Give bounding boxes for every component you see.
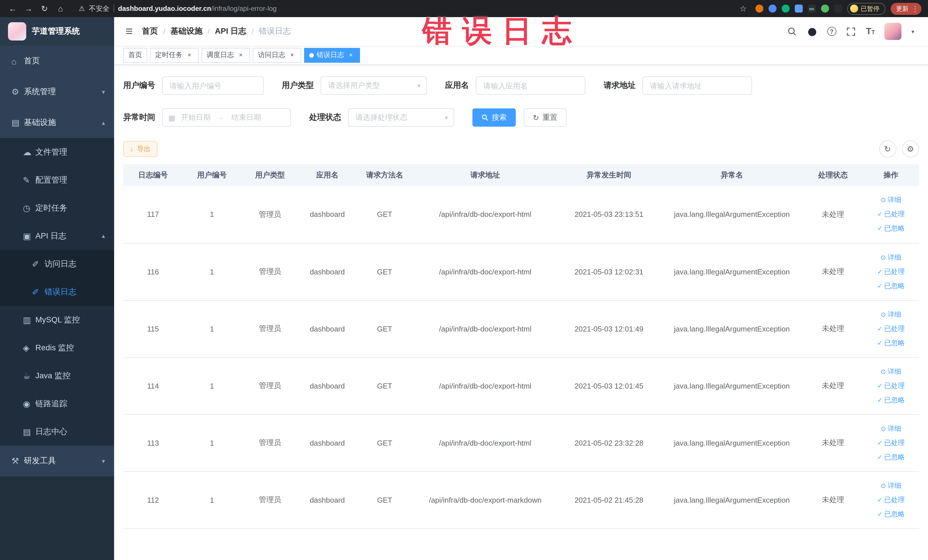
- address-bar[interactable]: ⚠ 不安全 dashboard.yudao.iocoder.cn/infra/l…: [79, 4, 734, 14]
- github-icon[interactable]: [807, 26, 817, 37]
- sidebar-item-tracing[interactable]: ◉ 链路追踪: [0, 390, 114, 418]
- breadcrumb-infrastructure[interactable]: 基础设施: [170, 26, 202, 37]
- browser-forward-button[interactable]: →: [22, 4, 35, 13]
- extension-icon[interactable]: [755, 5, 763, 12]
- sidebar-item-label: 日志中心: [35, 426, 67, 437]
- sidebar-item-mysql-monitor[interactable]: ▥ MySQL 监控: [0, 306, 114, 334]
- extension-icon[interactable]: [834, 5, 842, 12]
- sidebar-item-api-log[interactable]: ▣ API 日志 ▴: [0, 222, 114, 250]
- sidebar-item-redis-monitor[interactable]: ◈ Redis 监控: [0, 334, 114, 362]
- reset-button[interactable]: ↻ 重置: [524, 108, 566, 127]
- breadcrumb-api-log[interactable]: API 日志: [215, 26, 246, 37]
- mark-ignored-link[interactable]: ✓已忽略: [863, 450, 919, 464]
- tab-scheduled-jobs[interactable]: 定时任务×: [150, 48, 198, 63]
- user-id-input[interactable]: [162, 76, 264, 95]
- detail-link[interactable]: ⊙详细: [863, 307, 919, 322]
- tab-access-log[interactable]: 访问日志×: [253, 48, 301, 63]
- tab-label: 访问日志: [258, 50, 285, 60]
- mark-ignored-link[interactable]: ✓已忽略: [863, 222, 919, 236]
- table-toolbar: ↓ 导出 ↻ ⚙: [123, 140, 919, 157]
- search-icon[interactable]: [787, 26, 797, 37]
- browser-refresh-button[interactable]: ↻: [38, 4, 51, 13]
- sidebar-item-access-log[interactable]: ✐ 访问日志: [0, 250, 114, 278]
- sidebar-item-scheduled-jobs[interactable]: ◷ 定时任务: [0, 194, 114, 222]
- check-icon: ✓: [877, 325, 882, 332]
- browser-home-button[interactable]: ⌂: [53, 4, 67, 13]
- exception-time-range-picker[interactable]: ▦ 开始日期 - 结束日期: [162, 108, 291, 127]
- sidebar-item-config-management[interactable]: ✎ 配置管理: [0, 166, 114, 194]
- mark-processed-link[interactable]: ✓已处理: [863, 493, 919, 507]
- bookmark-star-icon[interactable]: ☆: [736, 4, 750, 13]
- sidebar-item-file-management[interactable]: ☁ 文件管理: [0, 138, 114, 166]
- app-name-input[interactable]: [476, 76, 585, 95]
- sidebar-item-error-log[interactable]: ✐ 错误日志: [0, 278, 114, 306]
- extension-icon[interactable]: [795, 5, 803, 12]
- detail-link[interactable]: ⊙详细: [863, 193, 919, 208]
- column-settings-button[interactable]: ⚙: [902, 140, 919, 157]
- sidebar-item-java-monitor[interactable]: ☕ Java 监控: [0, 362, 114, 390]
- user-type-select[interactable]: 请选择用户类型 ▾: [321, 76, 427, 95]
- sidebar-item-home[interactable]: ⌂ 首页: [0, 46, 114, 76]
- sidebar-item-infrastructure[interactable]: ▤ 基础设施 ▴: [0, 107, 114, 138]
- user-avatar[interactable]: [885, 23, 902, 40]
- tab-schedule-log[interactable]: 调度日志×: [201, 48, 250, 63]
- mark-processed-link[interactable]: ✓已处理: [863, 264, 919, 279]
- tab-home[interactable]: 首页: [123, 48, 147, 63]
- tab-close-icon[interactable]: ×: [237, 51, 245, 59]
- mark-processed-link[interactable]: ✓已处理: [863, 378, 919, 393]
- request-url-label: 请求地址: [604, 81, 636, 91]
- mark-ignored-link[interactable]: ✓已忽略: [863, 393, 919, 407]
- detail-link[interactable]: ⊙详细: [863, 478, 919, 493]
- chevron-down-icon: ▾: [417, 82, 420, 89]
- detail-link[interactable]: ⊙详细: [863, 250, 919, 264]
- breadcrumb-home[interactable]: 首页: [142, 26, 158, 37]
- browser-back-button[interactable]: ←: [6, 4, 20, 13]
- tab-close-icon[interactable]: ×: [185, 51, 194, 59]
- detail-link[interactable]: ⊙详细: [863, 364, 919, 378]
- breadcrumb: 首页/ 基础设施/ API 日志/ 错误日志: [142, 26, 291, 37]
- detail-link[interactable]: ⊙详细: [863, 421, 919, 436]
- refresh-table-button[interactable]: ↻: [879, 140, 896, 157]
- export-button[interactable]: ↓ 导出: [123, 141, 157, 157]
- mark-ignored-link[interactable]: ✓已忽略: [863, 279, 919, 293]
- tab-error-log[interactable]: 错误日志×: [304, 48, 360, 63]
- mark-ignored-link[interactable]: ✓已忽略: [863, 336, 919, 350]
- check-icon: ✓: [877, 282, 882, 289]
- sidebar-item-label: API 日志: [35, 231, 66, 241]
- tab-close-icon[interactable]: ×: [288, 51, 296, 59]
- chevron-down-icon[interactable]: ▾: [911, 28, 914, 35]
- fullscreen-icon[interactable]: [846, 26, 856, 37]
- font-size-icon[interactable]: TT: [866, 26, 875, 37]
- sidebar-item-label: MySQL 监控: [35, 315, 80, 325]
- extension-icon[interactable]: [768, 5, 776, 12]
- process-status-select[interactable]: 请选择处理状态 ▾: [348, 108, 454, 127]
- search-button[interactable]: 搜索: [472, 108, 516, 127]
- extension-icon[interactable]: [821, 5, 829, 12]
- gear-icon: ⚙: [11, 87, 24, 97]
- cell-status: 未处理: [803, 243, 863, 300]
- update-button[interactable]: 更新 ⋮: [890, 3, 921, 15]
- browser-menu-icon[interactable]: ⋮: [911, 4, 919, 13]
- sidebar-item-log-center[interactable]: ▤ 日志中心: [0, 418, 114, 446]
- security-warning-icon: ⚠: [79, 5, 85, 12]
- sidebar-item-system[interactable]: ⚙ 系统管理 ▾: [0, 76, 114, 107]
- mark-processed-link[interactable]: ✓已处理: [863, 322, 919, 336]
- cell-user-type: 管理员: [241, 471, 299, 528]
- security-label: 不安全: [89, 4, 110, 14]
- sidebar-item-dev-tools[interactable]: ⚒ 研发工具 ▾: [0, 446, 114, 476]
- extension-icon[interactable]: on: [807, 5, 816, 12]
- edit-square-icon: ✐: [32, 287, 44, 297]
- help-icon[interactable]: ?: [827, 27, 836, 36]
- sidebar-item-label: Java 监控: [35, 371, 70, 381]
- extension-icon[interactable]: [781, 5, 789, 12]
- cell-status: 未处理: [803, 357, 863, 414]
- profile-chip[interactable]: 已暂停: [847, 3, 885, 15]
- filter-app-name: 应用名: [445, 76, 585, 95]
- mark-processed-link[interactable]: ✓已处理: [863, 436, 919, 450]
- mark-processed-link[interactable]: ✓已处理: [863, 208, 919, 222]
- hamburger-icon[interactable]: ≡: [121, 24, 137, 39]
- request-url-input[interactable]: [643, 76, 752, 95]
- mark-ignored-link[interactable]: ✓已忽略: [863, 507, 919, 521]
- check-icon: ✓: [877, 510, 882, 517]
- tab-close-icon[interactable]: ×: [347, 51, 355, 59]
